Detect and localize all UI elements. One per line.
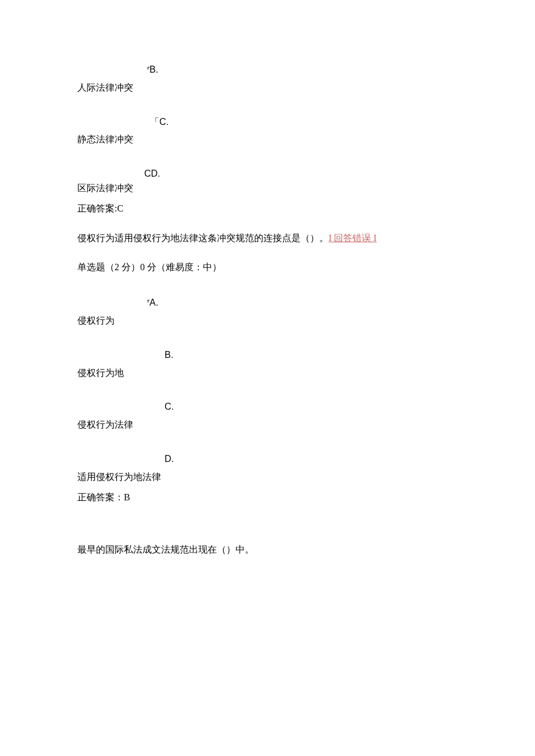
option-label-a2: ʳA. [147, 297, 458, 309]
option-text-d2: 适用侵权行为地法律 [77, 471, 458, 483]
option-text-b2: 侵权行为地 [77, 367, 458, 379]
option-text-c2: 侵权行为法律 [77, 419, 458, 431]
option-label-d2: D. [165, 453, 458, 465]
question-2: 侵权行为适用侵权行为地法律这条冲突规范的连接点是（）。I 回答错误 I [77, 232, 458, 245]
option-label-d: CD. [144, 168, 458, 180]
option-text-d: 区际法律冲突 [77, 182, 458, 195]
correct-answer-1: 正确答案:C [77, 203, 458, 215]
error-badge[interactable]: I 回答错误 I [329, 233, 377, 243]
question-2-text: 侵权行为适用侵权行为地法律这条冲突规范的连接点是（）。 [77, 233, 329, 243]
option-text-a2: 侵权行为 [77, 315, 458, 327]
option-label-c: 「C. [150, 116, 458, 128]
document-page: ʳB. 人际法律冲突 「C. 静态法律冲突 CD. 区际法律冲突 正确答案:C … [0, 0, 535, 556]
option-label-c2: C. [165, 401, 458, 413]
question-3: 最早的国际私法成文法规范出现在（）中。 [77, 544, 458, 556]
option-text-b: 人际法律冲突 [77, 82, 458, 94]
option-label-b: ʳB. [147, 64, 458, 76]
correct-answer-2: 正确答案：B [77, 492, 458, 504]
question-type-line: 单选题（2 分）0 分（难易度：中） [77, 261, 458, 274]
option-label-b2: B. [165, 349, 458, 361]
option-text-c: 静态法律冲突 [77, 134, 458, 146]
